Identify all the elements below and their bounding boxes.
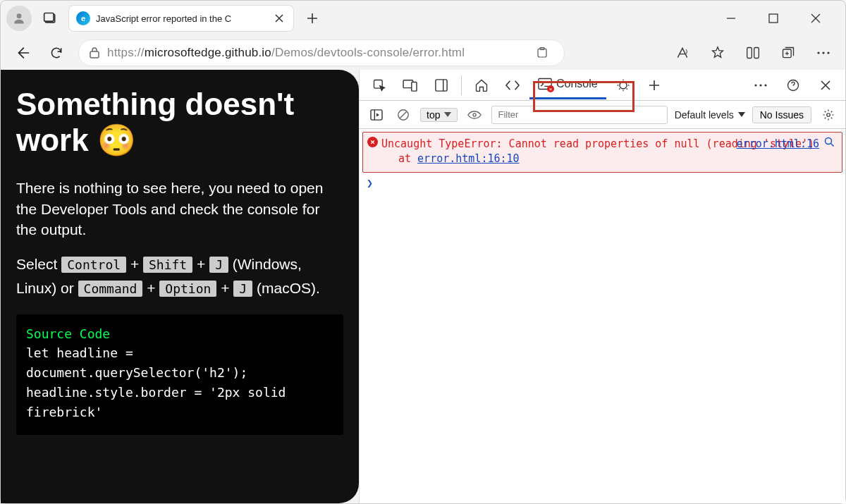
app-icon[interactable] xyxy=(530,41,554,65)
address-bar-row: https://microsoftedge.github.io/Demos/de… xyxy=(1,36,845,70)
svg-rect-8 xyxy=(754,48,759,59)
site-info-icon[interactable] xyxy=(89,47,100,59)
svg-rect-7 xyxy=(747,48,752,59)
svg-rect-15 xyxy=(412,82,417,91)
console-tab[interactable]: × Console xyxy=(529,71,606,99)
devtools-tabbar: × Console xyxy=(360,70,845,101)
url-text: https://microsoftedge.github.io/Demos/de… xyxy=(107,46,465,60)
profile-icon[interactable] xyxy=(6,6,32,31)
code-line: headline.style.border = '2px solid fireb… xyxy=(26,383,333,422)
read-aloud-icon[interactable] xyxy=(670,41,694,65)
svg-rect-2 xyxy=(44,13,54,22)
refresh-button[interactable] xyxy=(44,41,68,65)
toggle-sidebar-icon[interactable] xyxy=(367,105,386,125)
tab-title: JavaScript error reported in the C xyxy=(96,13,266,24)
svg-point-18 xyxy=(620,82,627,89)
context-selector[interactable]: top xyxy=(420,108,458,122)
tab-actions-icon[interactable] xyxy=(37,6,63,31)
svg-point-10 xyxy=(817,51,819,54)
console-prompt[interactable]: ❯ xyxy=(360,173,845,194)
svg-rect-16 xyxy=(436,79,447,90)
svg-point-27 xyxy=(826,138,832,145)
issues-tab-icon[interactable] xyxy=(609,71,637,99)
settings-menu-icon[interactable] xyxy=(811,41,835,65)
svg-point-25 xyxy=(473,113,476,116)
error-badge-icon: × xyxy=(367,137,378,147)
kbd-j2: J xyxy=(233,281,252,297)
console-tab-icon: × xyxy=(538,78,552,90)
devtools-panel: × Console top xyxy=(359,70,845,503)
issues-button[interactable]: No Issues xyxy=(752,106,811,123)
kbd-shift: Shift xyxy=(143,257,192,273)
svg-point-21 xyxy=(764,84,766,86)
tab-close-button[interactable] xyxy=(272,11,286,25)
elements-tab-icon[interactable] xyxy=(498,71,527,99)
code-line: let headline = document.querySelector('h… xyxy=(26,343,333,383)
svg-point-20 xyxy=(759,84,761,86)
console-tab-label: Console xyxy=(556,78,598,90)
kbd-control: Control xyxy=(61,257,126,273)
svg-rect-4 xyxy=(90,51,99,58)
inspect-element-icon[interactable] xyxy=(365,71,393,99)
tab-strip: e JavaScript error reported in the C xyxy=(1,1,845,36)
devtools-help-icon[interactable] xyxy=(779,71,807,99)
more-tabs-icon[interactable] xyxy=(640,71,668,99)
page-heading: Something doesn't work 😳 xyxy=(16,87,343,158)
address-bar-right xyxy=(670,41,835,65)
window-controls xyxy=(718,6,840,31)
search-error-icon[interactable] xyxy=(824,137,835,147)
error-source-link[interactable]: error.html:16 xyxy=(737,137,819,152)
console-settings-icon[interactable] xyxy=(819,105,838,125)
browser-tab[interactable]: e JavaScript error reported in the C xyxy=(68,5,294,32)
svg-point-0 xyxy=(17,13,22,18)
clear-console-icon[interactable] xyxy=(393,105,413,125)
svg-rect-3 xyxy=(769,14,778,23)
back-button[interactable] xyxy=(11,41,35,65)
devtools-more-icon[interactable] xyxy=(747,71,775,99)
error-stack-link[interactable]: error.html:16:10 xyxy=(417,152,520,165)
source-code-label: Source Code xyxy=(26,324,333,344)
svg-point-26 xyxy=(827,113,830,116)
source-code-block: Source Code let headline = document.quer… xyxy=(16,314,343,435)
new-tab-button[interactable] xyxy=(300,6,325,31)
svg-point-12 xyxy=(827,51,829,54)
kbd-command: Command xyxy=(78,281,143,297)
kbd-option: Option xyxy=(159,281,216,297)
dock-side-icon[interactable] xyxy=(427,71,455,99)
kbd-j: J xyxy=(209,257,228,273)
edge-favicon: e xyxy=(76,11,90,25)
console-toolbar: top Default levels No Issues xyxy=(360,101,845,129)
console-output[interactable]: × error.html:16 Uncaught TypeError: Cann… xyxy=(360,129,845,503)
page-lead-text: There is nothing to see here, you need t… xyxy=(16,178,343,240)
maximize-button[interactable] xyxy=(761,6,786,31)
svg-point-11 xyxy=(822,51,824,54)
page-content: Something doesn't work 😳 There is nothin… xyxy=(1,70,359,503)
favorites-icon[interactable] xyxy=(706,41,730,65)
console-error-row[interactable]: × error.html:16 Uncaught TypeError: Cann… xyxy=(362,132,842,173)
collections-icon[interactable] xyxy=(776,41,800,65)
svg-point-19 xyxy=(754,84,756,86)
device-toolbar-icon[interactable] xyxy=(396,71,424,99)
devtools-close-icon[interactable] xyxy=(811,71,840,99)
page-instructions: Select Control + Shift + J (Windows, Lin… xyxy=(16,252,343,300)
log-levels-selector[interactable]: Default levels xyxy=(675,109,745,121)
welcome-tab-icon[interactable] xyxy=(467,71,496,99)
close-window-button[interactable] xyxy=(803,6,828,31)
address-bar[interactable]: https://microsoftedge.github.io/Demos/de… xyxy=(78,39,565,66)
browser-window: e JavaScript error reported in the C htt… xyxy=(0,0,846,504)
console-filter-input[interactable] xyxy=(491,106,667,124)
live-expression-icon[interactable] xyxy=(465,105,484,125)
error-stack: at error.html:16:10 xyxy=(381,152,836,166)
split-screen-icon[interactable] xyxy=(741,41,765,65)
devtools-tabbar-right xyxy=(747,71,845,99)
content-area: Something doesn't work 😳 There is nothin… xyxy=(1,70,845,503)
minimize-button[interactable] xyxy=(718,6,744,31)
